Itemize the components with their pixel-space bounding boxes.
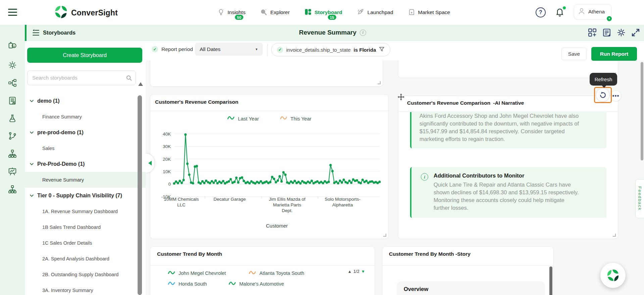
narrative-partial-widget: competitive edge and drive future growth… bbox=[398, 60, 618, 78]
tree-group[interactable]: Tier 0 - Supply Chain Visibility (7) bbox=[25, 188, 146, 203]
filter-funnel-icon[interactable] bbox=[379, 46, 385, 53]
user-caret-icon[interactable]: ▼ bbox=[606, 15, 612, 22]
left-icon-rail bbox=[0, 25, 25, 295]
chart-legend: Last Year This Year bbox=[150, 115, 388, 121]
notes-icon[interactable] bbox=[602, 28, 611, 38]
panel-title: Storyboards bbox=[43, 30, 76, 36]
title-info-icon[interactable]: i bbox=[360, 30, 366, 36]
filter-chip[interactable]: ✓ invoice_details.ship_to_state is Flori… bbox=[271, 43, 390, 56]
legend-label: Atlanta Toyota South bbox=[259, 271, 304, 276]
svg-text:0: 0 bbox=[168, 182, 171, 187]
nav-storyboard[interactable]: Storyboard15 bbox=[304, 0, 342, 25]
resize-handle[interactable] bbox=[378, 81, 381, 84]
feedback-tab[interactable]: Feedback bbox=[635, 179, 644, 218]
user-menu[interactable]: Athena bbox=[574, 4, 611, 19]
legend-item[interactable]: Honda South bbox=[168, 281, 207, 287]
x-axis-title: Customer bbox=[266, 223, 288, 229]
narrative-content: Akins Ford Accessory Shop and John Megel… bbox=[398, 112, 618, 237]
hierarchy-icon[interactable] bbox=[8, 79, 17, 87]
sitemap-icon[interactable] bbox=[8, 149, 17, 158]
avatar-icon bbox=[577, 7, 586, 17]
move-handle-icon[interactable] bbox=[397, 93, 405, 101]
legend-item[interactable]: Last Year bbox=[227, 115, 259, 121]
series-squiggle-icon bbox=[280, 115, 287, 121]
date-range-dropdown[interactable]: All Dates ▼ bbox=[195, 43, 263, 56]
more-options-button[interactable]: ••• bbox=[611, 91, 621, 101]
search-input[interactable] bbox=[32, 71, 123, 85]
tree-group[interactable]: pre-prod-demo (1) bbox=[25, 125, 146, 140]
hamburger-menu-icon[interactable] bbox=[8, 9, 17, 16]
report-icon[interactable] bbox=[8, 96, 17, 105]
tree-item[interactable]: 1B Sales Trend Dashboard bbox=[25, 219, 146, 235]
legend-item[interactable]: Atlanta Toyota South bbox=[249, 270, 304, 276]
settings-icon[interactable] bbox=[8, 61, 17, 69]
workflow-icon[interactable] bbox=[8, 185, 17, 194]
nav-explorer[interactable]: Explorer bbox=[260, 0, 290, 25]
page-scrollbar[interactable] bbox=[641, 62, 643, 160]
top-bar: ConverSight Insights50 Explorer Storyboa… bbox=[0, 0, 644, 25]
report-period-checkbox[interactable]: ✓ bbox=[152, 46, 158, 52]
storyboard-header: Storyboards Revenue Summary i bbox=[0, 25, 644, 41]
nav-badge: 50 bbox=[234, 14, 244, 20]
save-button[interactable]: Save bbox=[561, 48, 587, 60]
widget-title-suffix: -AI Narrative bbox=[493, 100, 524, 106]
resize-handle[interactable] bbox=[613, 234, 616, 237]
assistant-chat-button[interactable] bbox=[600, 263, 626, 288]
main-nav: Insights50 Explorer Storyboard15 Launchp… bbox=[217, 0, 450, 25]
search-icon[interactable] bbox=[126, 75, 132, 83]
training-icon[interactable] bbox=[8, 167, 17, 176]
tree-item[interactable]: 1A. Revenue Summary Dashboard bbox=[25, 203, 146, 219]
panel-scroll-up-arrow[interactable] bbox=[138, 82, 143, 86]
narrative-block-title: Additional Contributors to Monitor bbox=[434, 173, 581, 179]
tree-item[interactable]: Finance Summary bbox=[25, 109, 146, 125]
story-scrollbar[interactable] bbox=[549, 266, 552, 295]
nav-label: Market Space bbox=[418, 9, 450, 15]
widget-title: Customer Trend By Month -Story bbox=[389, 251, 470, 257]
expand-icon[interactable] bbox=[631, 28, 640, 38]
tree-group[interactable]: demo (1) bbox=[25, 93, 146, 109]
app-logo: ConverSight bbox=[54, 5, 118, 21]
resize-handle[interactable] bbox=[383, 234, 386, 237]
legend-item[interactable]: John Megel Chevrolet bbox=[168, 270, 226, 276]
nav-market-space[interactable]: Market Space bbox=[408, 0, 450, 25]
tree-group-label: Tier 0 - Supply Chain Visibility (7) bbox=[37, 193, 122, 199]
trend-story-widget: Customer Trend By Month -Story Overview bbox=[382, 246, 554, 295]
nav-insights[interactable]: Insights50 bbox=[217, 0, 245, 25]
panel-scrollbar[interactable] bbox=[138, 95, 142, 295]
widget-title: Customer's Revenue Comparison bbox=[407, 100, 490, 106]
tree-item[interactable]: 1C Sales Order Details bbox=[25, 235, 146, 251]
assistant-icon[interactable] bbox=[8, 41, 17, 50]
tree-item[interactable]: 2B. Outstanding Supply Dashboard bbox=[25, 266, 146, 282]
refresh-button[interactable] bbox=[596, 89, 609, 101]
settings-gear-icon[interactable] bbox=[617, 28, 626, 38]
tree-item[interactable]: 2A. Spend Analysis Dashboard bbox=[25, 251, 146, 266]
divider bbox=[150, 265, 375, 266]
legend-item[interactable]: Malone's Automotive bbox=[229, 281, 284, 287]
tree-item[interactable]: Sales bbox=[25, 140, 146, 156]
pager-up-icon[interactable]: ▲ bbox=[348, 269, 352, 274]
pipeline-icon[interactable] bbox=[8, 132, 17, 140]
filter-checkbox[interactable]: ✓ bbox=[277, 47, 283, 53]
run-report-button[interactable]: Run Report bbox=[591, 47, 637, 61]
labs-icon[interactable] bbox=[8, 114, 17, 123]
widget-title-suffix: -Story bbox=[455, 251, 470, 257]
narrative-block: Akins Ford Accessory Shop and John Megel… bbox=[410, 112, 606, 148]
create-storyboard-button[interactable]: Create Storyboard bbox=[27, 48, 142, 63]
tree-item[interactable]: 3A. Inventory Summary bbox=[25, 282, 146, 295]
info-icon: i bbox=[421, 173, 428, 181]
user-name: Athena bbox=[588, 9, 605, 15]
divider bbox=[267, 44, 268, 56]
nav-launchpad[interactable]: Launchpad bbox=[357, 0, 393, 25]
add-widget-icon[interactable] bbox=[588, 28, 597, 38]
narrative-block: i Additional Contributors to Monitor Qui… bbox=[410, 167, 606, 218]
pager-down-icon[interactable]: ▼ bbox=[361, 269, 365, 274]
storyboard-icon bbox=[304, 8, 311, 17]
storyboards-panel-icon[interactable] bbox=[32, 29, 40, 38]
insights-icon bbox=[217, 8, 225, 17]
page-title: Revenue Summary bbox=[299, 29, 356, 36]
filter-condition: is Florida bbox=[354, 47, 376, 53]
help-button[interactable]: ? bbox=[536, 7, 546, 17]
tree-group[interactable]: Pre-Prod-Demo (1) bbox=[25, 156, 146, 172]
tree-item[interactable]: Revenue Summary bbox=[25, 172, 146, 188]
legend-item[interactable]: This Year bbox=[280, 115, 312, 121]
